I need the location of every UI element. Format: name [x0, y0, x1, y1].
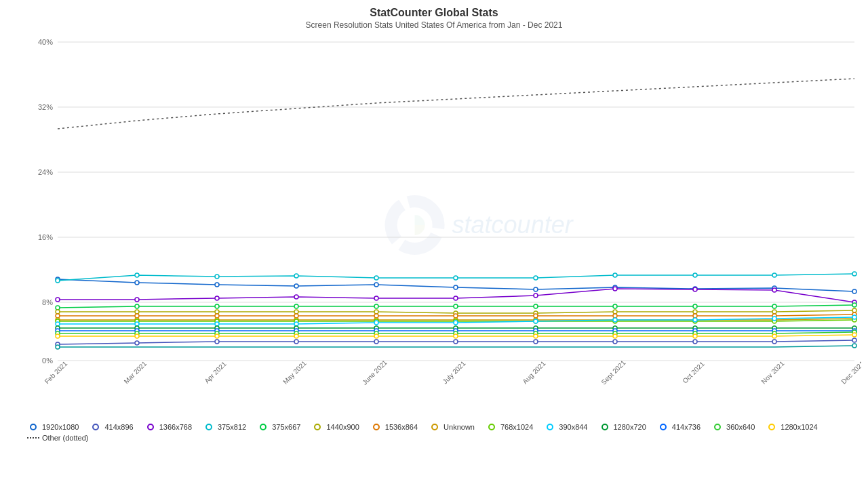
svg-point-37 — [215, 274, 219, 279]
legend-item-1280x1024: 1280x1024 — [766, 423, 817, 431]
legend-item-868x488: 868x488 — [599, 423, 646, 431]
svg-point-117 — [454, 321, 458, 325]
svg-point-70 — [215, 310, 219, 314]
svg-point-35 — [56, 279, 60, 283]
svg-point-86 — [613, 314, 617, 318]
svg-point-79 — [56, 314, 60, 318]
legend-item-other-dotted: Other (dotted) — [27, 434, 88, 442]
legend-label-768x1024: 768x1024 — [500, 423, 533, 431]
svg-point-41 — [534, 276, 538, 280]
svg-point-116 — [374, 321, 378, 325]
chart-title: StatCounter Global Stats — [370, 7, 498, 19]
svg-text:Apr 2021: Apr 2021 — [203, 360, 228, 385]
svg-point-34 — [852, 289, 856, 293]
svg-point-57 — [56, 306, 60, 310]
svg-point-118 — [534, 319, 538, 323]
svg-point-60 — [294, 304, 298, 308]
svg-point-83 — [374, 314, 378, 318]
svg-point-158 — [215, 334, 219, 338]
svg-point-28 — [374, 283, 378, 287]
svg-point-113 — [135, 322, 139, 326]
svg-point-165 — [772, 334, 776, 338]
svg-point-62 — [454, 304, 458, 308]
svg-point-38 — [294, 274, 298, 278]
svg-text:24%: 24% — [38, 168, 53, 176]
svg-point-44 — [772, 273, 776, 277]
svg-point-162 — [534, 334, 538, 338]
legend-item-1366x768: 1366x768 — [144, 423, 192, 431]
svg-point-177 — [852, 338, 856, 342]
svg-point-46 — [56, 298, 60, 302]
svg-point-80 — [135, 314, 139, 318]
svg-point-51 — [454, 296, 458, 300]
legend-label-868x488: 868x488 — [614, 423, 646, 431]
legend-item-375x812: 375x812 — [203, 423, 246, 431]
svg-text:June 2021: June 2021 — [361, 359, 389, 386]
svg-point-114 — [215, 322, 219, 326]
svg-point-58 — [135, 304, 139, 308]
legend-label-1920x1080: 1920x1080 — [42, 423, 79, 431]
svg-point-175 — [693, 340, 697, 344]
svg-point-176 — [772, 340, 776, 344]
svg-point-52 — [534, 293, 538, 298]
svg-point-76 — [693, 310, 697, 314]
svg-point-72 — [374, 310, 378, 314]
legend-label-unknown: Unknown — [443, 423, 475, 431]
svg-text:Mar 2021: Mar 2021 — [123, 359, 149, 385]
svg-point-77 — [772, 310, 776, 314]
svg-point-81 — [215, 314, 219, 318]
svg-text:May 2021: May 2021 — [281, 359, 308, 386]
svg-point-85 — [534, 314, 538, 318]
legend-label-390x844: 390x844 — [559, 423, 587, 431]
svg-point-54 — [693, 287, 697, 291]
legend-item-1920x1080: 1920x1080 — [27, 423, 79, 431]
legend-label-1280x1024: 1280x1024 — [781, 423, 817, 431]
svg-point-67 — [852, 303, 856, 307]
svg-point-36 — [135, 273, 139, 277]
svg-point-174 — [613, 340, 617, 344]
legend-label-375x667: 375x667 — [272, 423, 300, 431]
svg-point-40 — [454, 276, 458, 280]
svg-text:Oct 2021: Oct 2021 — [681, 360, 706, 385]
svg-point-47 — [135, 298, 139, 302]
svg-point-87 — [693, 314, 697, 318]
svg-point-171 — [374, 340, 378, 344]
legend-label-1440x900: 1440x900 — [326, 423, 359, 431]
svg-text:Dec 2021: Dec 2021 — [840, 359, 861, 385]
legend-label-other-dotted: Other (dotted) — [42, 434, 88, 442]
svg-point-161 — [454, 334, 458, 338]
svg-text:8%: 8% — [42, 298, 53, 306]
svg-point-84 — [454, 314, 458, 318]
legend-icon-768x1024 — [486, 423, 498, 431]
legend-label-375x812: 375x812 — [218, 423, 246, 431]
legend-item-1440x900: 1440x900 — [311, 423, 359, 431]
legend-item-414x736: 414x736 — [657, 423, 701, 431]
svg-point-65 — [693, 304, 697, 308]
svg-point-168 — [135, 341, 139, 345]
chart-subtitle: Screen Resolution Stats United States Of… — [306, 20, 563, 30]
legend-icon-1536x864 — [370, 423, 382, 431]
svg-point-178 — [56, 345, 60, 349]
legend-icon-1920x1080 — [27, 423, 39, 431]
svg-point-61 — [374, 304, 378, 308]
svg-point-173 — [534, 340, 538, 344]
legend-item-414x896: 414x896 — [90, 423, 133, 431]
svg-point-179 — [852, 344, 856, 348]
svg-point-68 — [56, 310, 60, 314]
legend-icon-414x736 — [657, 423, 669, 431]
legend-icon-1440x900 — [311, 423, 323, 431]
legend-icon-other-dotted — [27, 434, 39, 442]
legend-icon-unknown — [429, 423, 441, 431]
svg-text:Nov 2021: Nov 2021 — [760, 359, 785, 385]
svg-point-120 — [693, 318, 697, 322]
svg-text:32%: 32% — [38, 103, 53, 111]
main-chart-svg: 40% 32% 24% 16% 8% 0% Feb 2021 Mar 2021 … — [20, 35, 861, 415]
legend-label-414x736: 414x736 — [672, 423, 701, 431]
svg-point-39 — [374, 276, 378, 280]
chart-container: StatCounter Global Stats Screen Resoluti… — [0, 0, 868, 488]
svg-point-159 — [294, 334, 298, 338]
svg-point-50 — [374, 296, 378, 300]
svg-text:16%: 16% — [38, 233, 53, 241]
legend-item-unknown: Unknown — [429, 423, 475, 431]
svg-point-156 — [56, 334, 60, 338]
